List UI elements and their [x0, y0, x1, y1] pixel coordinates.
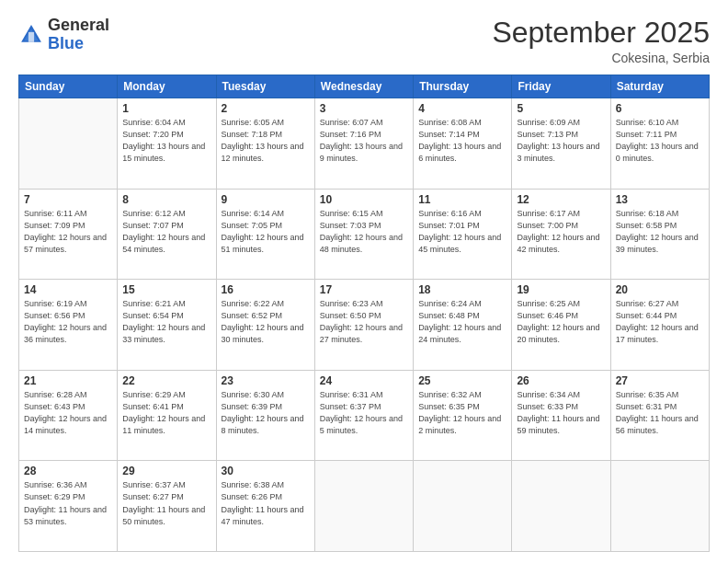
calendar-cell: 15Sunrise: 6:21 AMSunset: 6:54 PMDayligh… [118, 280, 216, 371]
calendar-cell: 17Sunrise: 6:23 AMSunset: 6:50 PMDayligh… [314, 280, 413, 371]
day-info: Sunrise: 6:38 AMSunset: 6:26 PMDaylight:… [222, 479, 310, 527]
column-header-tuesday: Tuesday [216, 75, 314, 98]
calendar-cell [414, 461, 512, 552]
day-info: Sunrise: 6:37 AMSunset: 6:27 PMDaylight:… [122, 479, 210, 527]
day-info: Sunrise: 6:12 AMSunset: 7:07 PMDaylight:… [122, 208, 210, 256]
column-header-sunday: Sunday [19, 75, 118, 98]
calendar-cell: 12Sunrise: 6:17 AMSunset: 7:00 PMDayligh… [512, 189, 610, 280]
day-info: Sunrise: 6:34 AMSunset: 6:33 PMDaylight:… [517, 389, 605, 437]
day-number: 24 [320, 374, 408, 387]
day-info: Sunrise: 6:17 AMSunset: 7:00 PMDaylight:… [517, 208, 605, 256]
day-number: 13 [616, 193, 704, 206]
calendar-cell: 16Sunrise: 6:22 AMSunset: 6:52 PMDayligh… [216, 280, 314, 371]
day-number: 17 [320, 283, 408, 296]
day-info: Sunrise: 6:35 AMSunset: 6:31 PMDaylight:… [616, 389, 704, 437]
day-info: Sunrise: 6:14 AMSunset: 7:05 PMDaylight:… [222, 208, 310, 256]
logo-icon [18, 22, 44, 48]
calendar-cell: 4Sunrise: 6:08 AMSunset: 7:14 PMDaylight… [414, 98, 512, 190]
day-number: 18 [418, 283, 506, 296]
calendar-header-row: SundayMondayTuesdayWednesdayThursdayFrid… [19, 75, 710, 98]
day-number: 7 [24, 193, 112, 206]
day-info: Sunrise: 6:25 AMSunset: 6:46 PMDaylight:… [517, 298, 605, 346]
calendar-cell: 19Sunrise: 6:25 AMSunset: 6:46 PMDayligh… [512, 280, 610, 371]
day-number: 14 [24, 283, 112, 296]
day-number: 10 [320, 193, 408, 206]
calendar-cell [610, 461, 709, 552]
location: Cokesina, Serbia [492, 51, 710, 65]
logo-text: General Blue [48, 17, 109, 53]
day-info: Sunrise: 6:24 AMSunset: 6:48 PMDaylight:… [418, 298, 506, 346]
calendar-cell: 29Sunrise: 6:37 AMSunset: 6:27 PMDayligh… [118, 461, 216, 552]
calendar-cell: 6Sunrise: 6:10 AMSunset: 7:11 PMDaylight… [610, 98, 709, 190]
column-header-saturday: Saturday [610, 75, 709, 98]
calendar-cell [314, 461, 413, 552]
day-number: 9 [222, 193, 310, 206]
calendar-cell: 13Sunrise: 6:18 AMSunset: 6:58 PMDayligh… [610, 189, 709, 280]
calendar-cell: 5Sunrise: 6:09 AMSunset: 7:13 PMDaylight… [512, 98, 610, 190]
calendar-cell: 1Sunrise: 6:04 AMSunset: 7:20 PMDaylight… [118, 98, 216, 190]
calendar-cell: 24Sunrise: 6:31 AMSunset: 6:37 PMDayligh… [314, 370, 413, 461]
day-number: 22 [122, 374, 210, 387]
week-row-4: 28Sunrise: 6:36 AMSunset: 6:29 PMDayligh… [19, 461, 710, 552]
day-info: Sunrise: 6:29 AMSunset: 6:41 PMDaylight:… [122, 389, 210, 437]
day-info: Sunrise: 6:09 AMSunset: 7:13 PMDaylight:… [517, 117, 605, 165]
day-number: 30 [222, 465, 310, 477]
day-number: 28 [24, 465, 112, 477]
calendar-cell: 23Sunrise: 6:30 AMSunset: 6:39 PMDayligh… [216, 370, 314, 461]
calendar-cell: 2Sunrise: 6:05 AMSunset: 7:18 PMDaylight… [216, 98, 314, 190]
calendar-cell: 8Sunrise: 6:12 AMSunset: 7:07 PMDaylight… [118, 189, 216, 280]
logo-general: General [48, 17, 109, 35]
day-info: Sunrise: 6:15 AMSunset: 7:03 PMDaylight:… [320, 208, 408, 256]
calendar-cell [512, 461, 610, 552]
day-info: Sunrise: 6:32 AMSunset: 6:35 PMDaylight:… [418, 389, 506, 437]
day-number: 11 [418, 193, 506, 206]
day-info: Sunrise: 6:21 AMSunset: 6:54 PMDaylight:… [122, 298, 210, 346]
calendar-cell: 22Sunrise: 6:29 AMSunset: 6:41 PMDayligh… [118, 370, 216, 461]
week-row-3: 21Sunrise: 6:28 AMSunset: 6:43 PMDayligh… [19, 370, 710, 461]
day-number: 19 [517, 283, 605, 296]
title-block: September 2025 Cokesina, Serbia [492, 17, 710, 65]
calendar-cell: 3Sunrise: 6:07 AMSunset: 7:16 PMDaylight… [314, 98, 413, 190]
calendar-cell: 25Sunrise: 6:32 AMSunset: 6:35 PMDayligh… [414, 370, 512, 461]
calendar-cell: 18Sunrise: 6:24 AMSunset: 6:48 PMDayligh… [414, 280, 512, 371]
day-number: 29 [122, 465, 210, 477]
day-info: Sunrise: 6:10 AMSunset: 7:11 PMDaylight:… [616, 117, 704, 165]
svg-rect-2 [28, 32, 34, 42]
day-info: Sunrise: 6:11 AMSunset: 7:09 PMDaylight:… [24, 208, 112, 256]
day-number: 1 [122, 102, 210, 115]
day-number: 20 [616, 283, 704, 296]
month-title: September 2025 [492, 17, 710, 49]
calendar-table: SundayMondayTuesdayWednesdayThursdayFrid… [18, 75, 710, 552]
day-number: 15 [122, 283, 210, 296]
header: General Blue September 2025 Cokesina, Se… [18, 17, 710, 65]
column-header-monday: Monday [118, 75, 216, 98]
day-number: 16 [222, 283, 310, 296]
day-info: Sunrise: 6:04 AMSunset: 7:20 PMDaylight:… [122, 117, 210, 165]
day-number: 4 [418, 102, 506, 115]
day-number: 21 [24, 374, 112, 387]
day-info: Sunrise: 6:23 AMSunset: 6:50 PMDaylight:… [320, 298, 408, 346]
logo: General Blue [18, 17, 109, 53]
day-number: 8 [122, 193, 210, 206]
calendar-cell: 27Sunrise: 6:35 AMSunset: 6:31 PMDayligh… [610, 370, 709, 461]
day-info: Sunrise: 6:08 AMSunset: 7:14 PMDaylight:… [418, 117, 506, 165]
day-info: Sunrise: 6:27 AMSunset: 6:44 PMDaylight:… [616, 298, 704, 346]
page: General Blue September 2025 Cokesina, Se… [0, 0, 728, 563]
column-header-friday: Friday [512, 75, 610, 98]
calendar-cell: 7Sunrise: 6:11 AMSunset: 7:09 PMDaylight… [19, 189, 118, 280]
column-header-wednesday: Wednesday [314, 75, 413, 98]
day-info: Sunrise: 6:31 AMSunset: 6:37 PMDaylight:… [320, 389, 408, 437]
day-number: 25 [418, 374, 506, 387]
day-number: 27 [616, 374, 704, 387]
calendar-cell: 30Sunrise: 6:38 AMSunset: 6:26 PMDayligh… [216, 461, 314, 552]
day-info: Sunrise: 6:18 AMSunset: 6:58 PMDaylight:… [616, 208, 704, 256]
calendar-cell: 11Sunrise: 6:16 AMSunset: 7:01 PMDayligh… [414, 189, 512, 280]
day-number: 26 [517, 374, 605, 387]
calendar-cell: 14Sunrise: 6:19 AMSunset: 6:56 PMDayligh… [19, 280, 118, 371]
logo-blue: Blue [48, 35, 109, 53]
day-info: Sunrise: 6:22 AMSunset: 6:52 PMDaylight:… [222, 298, 310, 346]
week-row-1: 7Sunrise: 6:11 AMSunset: 7:09 PMDaylight… [19, 189, 710, 280]
week-row-0: 1Sunrise: 6:04 AMSunset: 7:20 PMDaylight… [19, 98, 710, 190]
day-number: 5 [517, 102, 605, 115]
calendar-cell: 21Sunrise: 6:28 AMSunset: 6:43 PMDayligh… [19, 370, 118, 461]
